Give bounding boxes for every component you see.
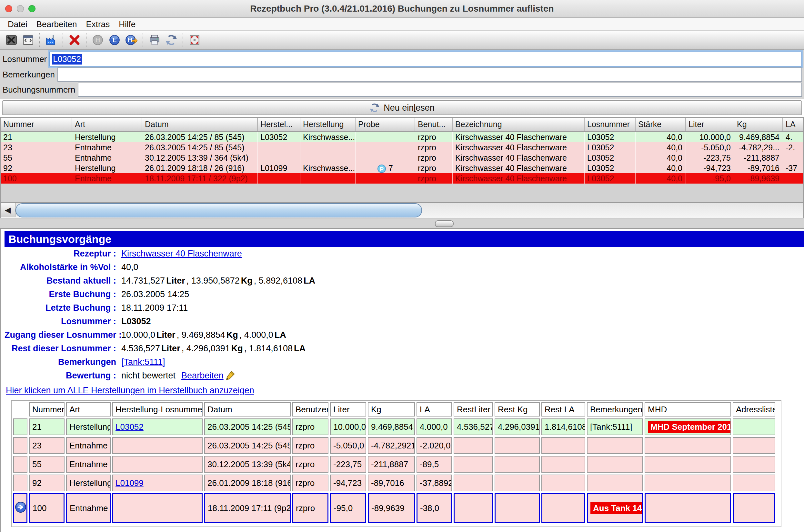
bemerkungen-link[interactable]: [Tank:5111]	[121, 357, 165, 367]
column-header-herstellung-losnummer: Herstellung-Losnummer	[112, 402, 203, 417]
cell-datum: 26.03.2005 14:25 / 85 (545)	[142, 132, 258, 142]
circle-h-export-icon[interactable]: H	[125, 34, 137, 46]
value-segment: , 4.000,0	[240, 330, 273, 340]
rezeptur-link[interactable]: Kirschwasser 40 Flaschenware	[121, 249, 242, 259]
buchungsnummern-input[interactable]	[78, 82, 802, 97]
pane-splitter[interactable]	[0, 218, 804, 229]
cell-text: -5.050,0	[333, 441, 364, 451]
refresh-icon[interactable]	[165, 34, 177, 46]
horizontal-scrollbar[interactable]: ◀	[1, 202, 803, 218]
cell-datum: 26.03.2005 14:25 (545)	[204, 418, 291, 435]
cell-kg: -89,7016	[368, 475, 415, 491]
selected-text: L03052	[52, 54, 82, 64]
table-row[interactable]: 92Herstellung26.01.2009 18:18 / 26 (916)…	[1, 163, 803, 173]
table-row[interactable]: 21Herstellung26.03.2005 14:25 / 85 (545)…	[1, 132, 803, 142]
cell-kg: -89,9639	[734, 173, 783, 184]
herstellbuch-row[interactable]: 100Entnahme18.11.2009 17:11 (9p2)rzpro-9…	[13, 493, 779, 523]
herstellbuch-row[interactable]: 23Entnahme26.03.2005 14:25 (545)rzpro-5.…	[13, 437, 779, 454]
bemerkungen-label: Bemerkungen	[2, 70, 57, 80]
cell-benut: rzpro	[415, 163, 453, 173]
scroll-left-icon[interactable]: ◀	[1, 203, 16, 217]
table-row[interactable]: 23Entnahme26.03.2005 14:25 / 85 (545)rzp…	[1, 142, 803, 153]
menu-item-hilfe[interactable]: Hilfe	[114, 19, 140, 30]
show-all-herstellungen-link[interactable]: Hier klicken um ALLE Herstellungen im He…	[6, 385, 254, 396]
rest-losnummer-label: Rest dieser Losnummer :	[4, 344, 116, 354]
cell-la	[783, 153, 803, 163]
losnummer-input[interactable]: L03052	[50, 52, 802, 66]
bemerkungen-input[interactable]	[57, 68, 802, 82]
column-header-herstel[interactable]: Herstel...	[258, 118, 300, 131]
detail-panel: Buchungsvorgänge Rezeptur :Kirschwasser …	[0, 229, 804, 532]
herstellbuch-row[interactable]: 21HerstellungL0305226.03.2005 14:25 (545…	[13, 418, 779, 435]
cell-la: -38,0	[417, 493, 452, 523]
cell-text: 1.814,6108	[544, 422, 585, 432]
cell-adressliste	[733, 475, 775, 491]
cell-text: -2.020,0	[420, 441, 451, 451]
circle-l-icon[interactable]: L	[109, 34, 121, 46]
menu-item-extras[interactable]: Extras	[81, 19, 114, 30]
cell-herstellung-losnummer: L01099	[112, 475, 203, 491]
cell-mhd	[645, 437, 731, 454]
cell-text: 26.03.2005 14:25 (545)	[208, 422, 291, 432]
bewertung-label: Bewertung :	[4, 371, 116, 381]
column-header-art: Art	[66, 402, 111, 417]
column-header-datum[interactable]: Datum	[142, 118, 258, 131]
expand-red-arrows-icon[interactable]	[188, 34, 201, 46]
cell-la	[783, 173, 803, 184]
value-segment: LA	[294, 344, 306, 354]
herstellung-losnummer-link[interactable]: L01099	[115, 478, 143, 488]
column-header-herstellung[interactable]: Herstellung	[300, 118, 356, 131]
column-header-probe[interactable]: Probe	[356, 118, 415, 131]
delete-red-x-icon[interactable]	[69, 34, 81, 46]
column-header-losnummer[interactable]: Losnummer	[585, 118, 636, 131]
cell-probe	[356, 153, 415, 163]
cell-art: Entnahme	[66, 456, 111, 473]
cell-adressliste	[733, 493, 775, 523]
column-header-kg[interactable]: Kg	[734, 118, 783, 131]
cell-text: -89,5	[420, 459, 439, 470]
erste-buchung-value: 26.03.2005 14:25	[121, 289, 189, 299]
cell-kg: -89,7016	[734, 163, 783, 173]
cell-liter: -5.050,0	[686, 142, 734, 153]
neu-einlesen-button[interactable]: Neu einlesen	[2, 100, 802, 115]
cell-bezeichnung: Kirschwasser 40 Flaschenware	[453, 153, 585, 163]
window-close-icon[interactable]	[5, 34, 17, 46]
column-header-strke[interactable]: Stärke	[636, 118, 686, 131]
cell-benut: rzpro	[415, 153, 453, 163]
cell-text: -211,8887	[371, 459, 408, 470]
splitter-handle[interactable]	[435, 220, 454, 227]
herstellung-losnummer-link[interactable]: L03052	[115, 422, 143, 432]
toolbar-group: HLH	[87, 34, 142, 46]
cell-benut: rzpro	[415, 142, 453, 153]
column-header-art[interactable]: Art	[72, 118, 142, 131]
cell-rest-kg: 4.296,0391	[495, 418, 540, 435]
menu-item-bearbeiten[interactable]: Bearbeiten	[32, 19, 82, 30]
toolbar: HLH	[0, 31, 804, 50]
toolbar-group	[40, 34, 63, 46]
edit-pencil-icon[interactable]	[225, 370, 236, 381]
cell-liter: -5.050,0	[330, 437, 366, 454]
zugang-losnummer-label: Zugang dieser Losnummer :	[4, 330, 116, 340]
column-header-nummer[interactable]: Nummer	[1, 118, 72, 131]
buchungsnummern-row: Buchungsnummern	[2, 82, 802, 97]
table-row[interactable]: 55Entnahme30.12.2005 13:39 / 364 (5k4)rz…	[1, 153, 803, 163]
print-icon[interactable]	[148, 34, 161, 46]
window-view-icon[interactable]	[22, 34, 34, 46]
column-header-liter[interactable]: Liter	[686, 118, 734, 131]
cell-la: 4.000,0	[417, 418, 452, 435]
bemerkungen-label: Bemerkungen	[4, 357, 116, 367]
bearbeiten-link[interactable]: Bearbeiten	[181, 371, 224, 381]
cell-la: -89,5	[417, 456, 452, 473]
cell-text: 4.000,0	[420, 422, 448, 432]
column-header-bezeichnung[interactable]: Bezeichnung	[453, 118, 585, 131]
cell-la: -37,8892	[417, 475, 452, 491]
herstellbuch-row[interactable]: 55Entnahme30.12.2005 13:39 (5k4)rzpro-22…	[13, 456, 779, 473]
scrollbar-thumb[interactable]	[16, 203, 422, 217]
factory-icon[interactable]	[45, 34, 57, 46]
table-row[interactable]: 100Entnahme18.11.2009 17:11 / 322 (9p2)r…	[1, 173, 803, 184]
column-header-la[interactable]: LA	[783, 118, 803, 131]
cell-text: Herstellung	[69, 478, 111, 488]
column-header-benut[interactable]: Benut...	[415, 118, 453, 131]
menu-item-datei[interactable]: Datei	[3, 19, 32, 30]
herstellbuch-row[interactable]: 92HerstellungL0109926.01.2009 18:18 (916…	[13, 475, 779, 491]
